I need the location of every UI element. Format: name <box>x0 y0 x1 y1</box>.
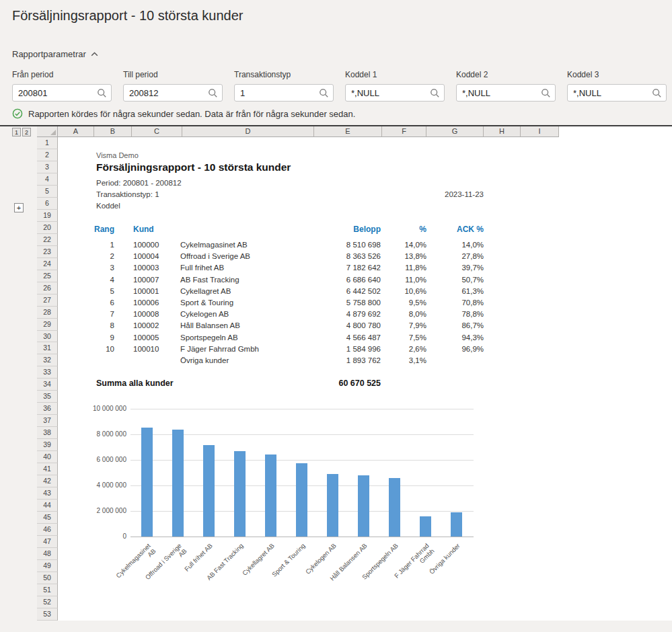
report-table-row: 3100003Full frihet AB7 182 64211,8%39,7% <box>58 262 502 274</box>
row-header-30[interactable]: 30 <box>37 331 58 343</box>
column-header-a[interactable]: A <box>58 126 94 137</box>
column-header-h[interactable]: H <box>484 126 521 137</box>
row-header-37[interactable]: 37 <box>37 415 58 427</box>
cell-customer-no: 100002 <box>133 320 180 331</box>
param-field-5: Koddel 2 <box>456 70 556 102</box>
row-header-35[interactable]: 35 <box>37 391 58 403</box>
row-header-22[interactable]: 22 <box>37 234 58 246</box>
cell-rank: 4 <box>74 274 114 286</box>
search-icon[interactable] <box>97 88 108 99</box>
report-parameters-toggle[interactable]: Rapportparametrar <box>12 49 98 59</box>
col-header-belopp: Belopp <box>312 224 381 235</box>
cell-amount: 7 182 642 <box>312 262 381 274</box>
row-header-50[interactable]: 50 <box>37 572 58 584</box>
row-header-3[interactable]: 3 <box>37 161 58 173</box>
search-icon[interactable] <box>319 88 330 99</box>
column-header-f[interactable]: F <box>382 126 426 137</box>
col-header-rang: Rang <box>74 224 114 235</box>
row-header-23[interactable]: 23 <box>37 246 58 258</box>
row-header-47[interactable]: 47 <box>37 536 58 548</box>
chart-bar <box>420 516 431 537</box>
row-header-26[interactable]: 26 <box>37 282 58 294</box>
cell-acc-percent: 61,3% <box>428 286 484 297</box>
row-header-39[interactable]: 39 <box>37 439 58 451</box>
cell-acc-percent: 14,0% <box>428 239 484 251</box>
param-field-3: Transaktionstyp <box>234 70 334 102</box>
row-header-20[interactable]: 20 <box>37 222 58 234</box>
row-header-25[interactable]: 25 <box>37 270 58 282</box>
column-header-d[interactable]: D <box>182 126 314 137</box>
report-date: 2023-11-23 <box>416 189 484 200</box>
row-headers: 1234561920222324252627282930313233343536… <box>37 137 58 621</box>
cell-customer-no: 100005 <box>133 332 180 344</box>
row-header-4[interactable]: 4 <box>37 173 58 186</box>
row-header-43[interactable]: 43 <box>37 487 58 500</box>
param-field-label: Från period <box>12 70 112 79</box>
row-header-24[interactable]: 24 <box>37 258 58 270</box>
report-total-value: 60 670 525 <box>312 378 381 389</box>
param-field-1: Från period <box>12 70 112 102</box>
row-header-2[interactable]: 2 <box>37 149 58 161</box>
row-header-41[interactable]: 41 <box>37 463 58 475</box>
outline-expand-button[interactable]: + <box>14 203 24 212</box>
chart-ytick-label: 4 000 000 <box>79 482 126 489</box>
column-header-g[interactable]: G <box>426 126 484 137</box>
row-header-33[interactable]: 33 <box>37 366 58 379</box>
search-icon[interactable] <box>541 88 552 99</box>
row-header-36[interactable]: 36 <box>37 403 58 415</box>
cell-customer-name: Cykellagret AB <box>180 286 308 297</box>
cell-rank: 7 <box>74 309 114 320</box>
success-check-icon <box>12 108 23 119</box>
search-icon[interactable] <box>208 88 219 99</box>
cell-rank: 2 <box>74 251 114 262</box>
row-header-27[interactable]: 27 <box>37 294 58 307</box>
search-icon[interactable] <box>430 88 441 99</box>
search-icon[interactable] <box>652 88 663 99</box>
row-header-46[interactable]: 46 <box>37 524 58 536</box>
column-header-b[interactable]: B <box>94 126 132 137</box>
row-header-32[interactable]: 32 <box>37 354 58 366</box>
row-header-29[interactable]: 29 <box>37 319 58 331</box>
cell-percent: 11,8% <box>378 262 426 274</box>
cell-customer-name: Cykelmagasinet AB <box>180 239 308 251</box>
row-header-48[interactable]: 48 <box>37 548 58 560</box>
row-header-53[interactable]: 53 <box>37 608 58 621</box>
chart-bar <box>265 455 276 537</box>
cell-customer-name: Sportspegeln AB <box>180 332 308 344</box>
row-header-42[interactable]: 42 <box>37 475 58 487</box>
row-header-40[interactable]: 40 <box>37 451 58 463</box>
row-header-52[interactable]: 52 <box>37 596 58 608</box>
outline-level-1-button[interactable]: 1 <box>12 128 21 136</box>
chart-ytick-label: 8 000 000 <box>79 431 126 438</box>
cell-percent: 11,0% <box>378 274 426 286</box>
row-header-38[interactable]: 38 <box>37 427 58 439</box>
outline-level-2-button[interactable]: 2 <box>22 128 31 136</box>
cell-amount: 1 893 762 <box>312 355 381 366</box>
cell-customer-name: Full frihet AB <box>180 262 308 274</box>
report-koddel: Koddel <box>96 200 120 212</box>
row-header-51[interactable]: 51 <box>37 584 58 596</box>
page-title: Försäljningsrapport - 10 största kunder <box>12 8 244 24</box>
cell-amount: 8 510 698 <box>312 239 381 251</box>
column-header-i[interactable]: I <box>521 126 559 137</box>
column-headers: ABCDEFGHI <box>58 126 559 137</box>
row-header-6[interactable]: 6 <box>37 198 58 210</box>
row-header-44[interactable]: 44 <box>37 500 58 512</box>
cell-percent: 7,9% <box>378 320 426 331</box>
param-field-6: Koddel 3 <box>567 70 667 102</box>
row-header-28[interactable]: 28 <box>37 307 58 319</box>
report-title: Försäljningsrapport - 10 största kunder <box>96 160 291 175</box>
report-table-header-row: RangKundBelopp%ACK % <box>58 224 502 235</box>
cell-customer-no: 100000 <box>133 239 180 251</box>
row-header-5[interactable]: 5 <box>37 186 58 198</box>
row-header-1[interactable]: 1 <box>37 137 58 149</box>
row-header-49[interactable]: 49 <box>37 560 58 572</box>
row-header-45[interactable]: 45 <box>37 512 58 524</box>
column-header-c[interactable]: C <box>132 126 182 137</box>
chart-bar <box>451 512 462 537</box>
row-header-34[interactable]: 34 <box>37 379 58 391</box>
select-all-corner[interactable] <box>37 126 58 137</box>
row-header-19[interactable]: 19 <box>37 210 58 222</box>
column-header-e[interactable]: E <box>314 126 382 137</box>
row-header-31[interactable]: 31 <box>37 342 58 354</box>
